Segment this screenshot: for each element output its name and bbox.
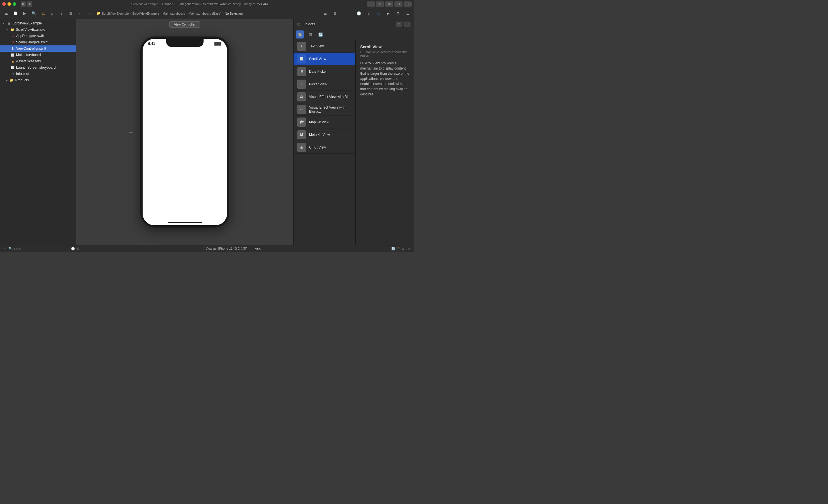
sidebar-item-products[interactable]: ▶ 📁 Products xyxy=(0,77,76,83)
canvas-area[interactable]: → 9:41 ▓▓▓ xyxy=(76,19,293,245)
zoom-in-btn[interactable]: + xyxy=(263,246,265,251)
grid-btn[interactable]: ⊞ xyxy=(67,10,75,17)
forward-btn[interactable]: › xyxy=(85,10,93,17)
zoom-out-btn[interactable]: − xyxy=(250,246,252,251)
scheme-selector[interactable]: ▶ xyxy=(21,1,26,7)
layout-btn-3[interactable]: ⊞ xyxy=(404,1,412,7)
swift-file-icon: S xyxy=(10,40,15,45)
home-btn[interactable]: ⌂ xyxy=(48,10,56,17)
stop-button[interactable]: ■ xyxy=(27,1,32,7)
titlebar-controls: ▶ ■ xyxy=(21,1,32,7)
iphone-home-indicator xyxy=(168,222,202,223)
list-item-textview[interactable]: T Text View xyxy=(294,40,355,53)
titlebar-right: ＋ ↵ ▭ ⊟ ⊞ xyxy=(367,1,412,7)
share-btn[interactable]: ⇧ xyxy=(57,10,66,17)
close-button[interactable] xyxy=(2,2,6,6)
device-icon[interactable]: 📱 xyxy=(397,247,401,250)
date-picker-icon: ⊟ xyxy=(297,67,306,76)
objects-view-buttons: ⊞ ☰ xyxy=(396,21,411,27)
visual-effect-label: Visual Effect View with Blur xyxy=(309,95,351,99)
bottom-bar: ＋ 🔍 Filter 🕐 ⚙ View as: iPhone 11 (⌘C ⌘R… xyxy=(0,245,414,252)
maximize-button[interactable] xyxy=(13,2,16,6)
scheme-name: ScrollViewExample xyxy=(131,2,158,6)
run-btn[interactable]: ▶ xyxy=(21,10,29,17)
metalkit-icon: M xyxy=(297,130,306,139)
list-item-visualeffect[interactable]: fx Visual Effect View with Blur xyxy=(294,91,355,103)
sidebar-item-group[interactable]: ▼ 📁 ScrollViewExample xyxy=(0,27,76,33)
detail-panel: Scroll View UIScrollView: Defines a scro… xyxy=(355,40,414,245)
layout-icon[interactable]: ⊟ xyxy=(402,247,404,250)
sidebar-item-scenedelegate[interactable]: S SceneDelegate.swift xyxy=(0,39,76,45)
device-name: iPhone SE (2nd generation) xyxy=(162,2,201,6)
sidebar-root-label: ScrollViewExample xyxy=(12,21,42,25)
settings-btn[interactable]: ⚙ xyxy=(394,10,402,17)
folder-icon: 📁 xyxy=(9,78,14,83)
clock-icon[interactable]: 🕐 xyxy=(71,247,75,250)
sidebar-item-root[interactable]: ▼ ◼ ScrollViewExample xyxy=(0,20,76,27)
run-btn-right[interactable]: ▶ xyxy=(384,10,392,17)
list-item-scrollview[interactable]: ⬜ Scroll View xyxy=(294,53,355,65)
folder-icon: 📁 xyxy=(10,27,15,32)
sidebar-item-appdelegate[interactable]: S AppDelegate.swift xyxy=(0,33,76,39)
swift-file-icon: S xyxy=(10,46,15,51)
sidebar-item-launchscreen[interactable]: ⬜ LaunchScreen.storyboard xyxy=(0,64,76,71)
search-btn[interactable]: 🔍 xyxy=(30,10,38,17)
sidebar-products-label: Products xyxy=(15,78,29,82)
assets-icon: ◼ xyxy=(10,59,15,63)
sidebar-assets-label: Assets.xcassets xyxy=(16,59,41,63)
breadcrumb-2[interactable]: ScrollViewExample xyxy=(132,12,159,15)
help-btn[interactable]: ? xyxy=(365,10,373,17)
grid-view-btn[interactable]: ⊞ xyxy=(396,21,403,27)
sidebar-item-assets[interactable]: ◼ Assets.xcassets xyxy=(0,58,76,64)
sidebar-item-infoplist[interactable]: ⊟ Info.plist xyxy=(0,71,76,77)
swift-file-icon: S xyxy=(10,34,15,38)
picker-view-label: Picker View xyxy=(309,82,327,86)
list-item-visualeffect2[interactable]: fx Visual Effect Views with Blur a... xyxy=(294,103,355,116)
traffic-lights xyxy=(2,2,16,6)
warning-btn[interactable]: ⚠ xyxy=(39,10,47,17)
clock-btn[interactable]: 🕐 xyxy=(355,10,363,17)
lib-tab-other[interactable]: 🔄 xyxy=(317,31,325,39)
enter-button[interactable]: ↵ xyxy=(376,1,384,7)
minimize-button[interactable] xyxy=(7,2,11,6)
layout-btn-1[interactable]: ▭ xyxy=(385,1,393,7)
text-view-icon: T xyxy=(297,42,306,51)
inspector-btn[interactable]: ☰ xyxy=(321,10,329,17)
add-tab-button[interactable]: ＋ xyxy=(367,1,375,7)
sidebar-item-viewcontroller[interactable]: S ViewController.swift xyxy=(0,45,76,52)
list-item-datepicker[interactable]: ⊟ Date Picker xyxy=(294,65,355,78)
plus-btn[interactable]: ＋ xyxy=(3,246,7,251)
storyboard-icon: ⬜ xyxy=(10,53,15,57)
arrows-icon[interactable]: ↕ xyxy=(405,247,407,250)
layout-split-btn[interactable]: ⊟ xyxy=(331,10,339,17)
metalkit-label: MetalKit View xyxy=(309,133,330,137)
breadcrumb-5[interactable]: No Selection xyxy=(225,12,243,15)
sidebar-item-mainstoryboard[interactable]: ⬜ Main.storyboard xyxy=(0,52,76,58)
breadcrumb-4[interactable]: Main.storyboard (Base) xyxy=(189,12,221,15)
breadcrumb-3[interactable]: Main.storyboard xyxy=(162,12,185,15)
network-btn[interactable]: ◎ xyxy=(374,10,382,17)
sidebar-toggle[interactable]: ☰ xyxy=(2,10,10,17)
list-view-btn[interactable]: ☰ xyxy=(404,21,411,27)
objects-title: Objects xyxy=(302,22,393,26)
refresh-icon[interactable]: 🔄 xyxy=(391,247,395,250)
fullscreen-icon[interactable]: ⤢ xyxy=(408,247,411,250)
list-item-cikit[interactable]: ◉ CI Kit View xyxy=(294,141,355,154)
detail-title: Scroll View xyxy=(360,45,409,49)
list-item-mapkit[interactable]: 🗺 Map Kit View xyxy=(294,116,355,129)
share-btn-right[interactable]: ↑ xyxy=(345,10,353,17)
titlebar-path: ScrollViewExample › iPhone SE (2nd gener… xyxy=(35,2,365,6)
back-btn[interactable]: ‹ xyxy=(76,10,84,17)
breadcrumb-1[interactable]: ScrollViewExample xyxy=(102,12,129,15)
layout-btn-2[interactable]: ⊟ xyxy=(395,1,403,7)
lib-tab-objects[interactable]: 🔘 xyxy=(296,31,304,39)
list-item-metalkit[interactable]: M MetalKit View xyxy=(294,129,355,141)
iphone-notch xyxy=(166,39,204,47)
lib-tab-images[interactable]: 🖼 xyxy=(306,31,314,39)
sidebar-right-btn[interactable]: ⊏ xyxy=(404,10,412,17)
breadcrumb-icon: 📁 xyxy=(96,11,100,15)
list-item-pickerview[interactable]: ≡ Picker View xyxy=(294,78,355,91)
file-new[interactable]: 📄 xyxy=(11,10,19,17)
settings-icon[interactable]: ⚙ xyxy=(77,247,80,250)
zoom-value: 79% xyxy=(254,247,260,250)
